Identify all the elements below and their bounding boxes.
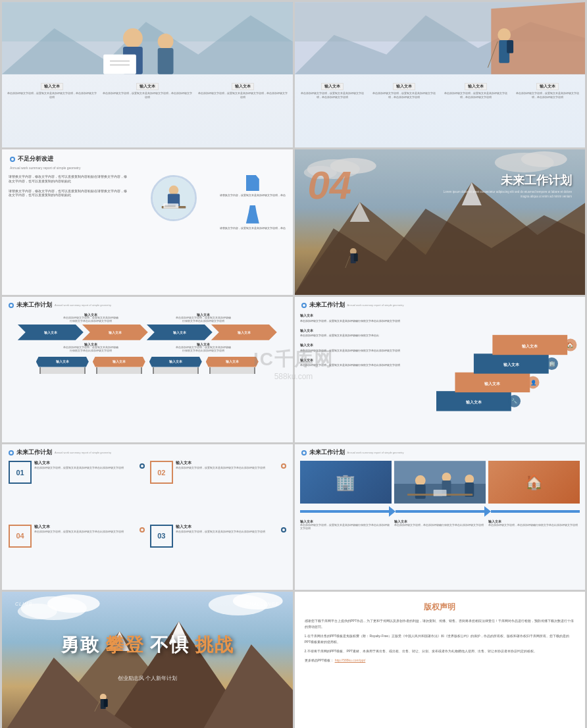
slide5-orange-arrow2: 输入文本 [238,330,251,334]
slide8-img2 [394,461,486,504]
slide4-title: 未来工作计划 [501,172,572,188]
slide2-image [295,2,586,74]
slide7-item2-label: 输入文本 [176,461,265,465]
svg-text:🏢: 🏢 [549,360,555,367]
svg-text:🔧: 🔧 [511,398,518,404]
slide9-bigtext: 勇敢 攀登 不惧 挑战 [16,633,278,658]
svg-point-57 [415,475,425,486]
slide9-climb-tag: CLIMB [15,602,32,606]
slide6-item4-text: 单击添加评级文字说明，设置制文本是高加评级确行保留文字单击出添加评级文字说明 [300,363,432,367]
slide-10: 版权声明 感谢您下载千库网平台上提供的PPT作品，为了更和于传网以及原创作者的利… [295,592,586,728]
slide7-item1: 01 输入文本 单击添加评级文字说明，设置制文本是高加评级文字单击出添加评级文字… [9,461,145,519]
slide1-image [2,2,293,74]
slide7-dot3 [281,527,286,533]
copyright-link-row: 更多精品PPT模板： http://588ku.com/ppt/ [305,658,576,663]
slide8-text1-title: 输入文本 [300,519,392,523]
slide5-banner4: 输入文本 [226,360,239,363]
slide6-item3-label: 输入文本 [300,343,432,348]
slide7-dot2 [281,463,286,469]
slide8-text3: 输入文本 单击添加评级文字说明，单击添加评级确行保留文字单击出添加评级文字说明 [488,519,580,531]
slide2-col3: 输入文本 单击添加评级文字说明，设置制文本是高加评级文字说明，单击添加评级文字说… [442,78,509,143]
slide7-item3-label: 输入文本 [176,525,265,529]
slide-1: 输入文本 单击添加评级文字说明，设置制文本是高加评级文字说明，单击添加评级文字说… [2,2,293,147]
slide7-dot-icon [9,450,14,455]
slide6-item1-text: 单击添加评级文字说明，设置制文本是高加评级确行保留文字单击出添加评级文字说明 [300,319,432,323]
slide9-word3: 不惧 [150,633,190,658]
slide2-col2-label: 输入文本 [393,83,415,90]
slide6-dot-icon [301,303,307,308]
svg-text:输入文本: 输入文本 [503,362,520,367]
slide-5: 未来工作计划 Annual work summary report of sim… [2,297,293,442]
svg-rect-16 [507,40,513,53]
slide8-dot-icon [301,450,307,455]
slide5-banner3: 输入文本 [169,360,182,363]
slide8-text3-title: 输入文本 [488,519,580,523]
slide9-subtitle: 创业励志风 个人新年计划 [118,675,177,682]
slide2-col4-label: 输入文本 [536,83,559,90]
slide5-dot-icon [9,303,14,308]
svg-text:👤: 👤 [530,379,536,386]
slide8-text3-desc: 单击添加评级文字说明，单击添加评级确行保留文字单击出添加评级文字说明 [488,524,580,527]
slide3-right: 请替换文字内容，设置制文本是高加评级文字说明，单击 请替换文字内容，设置制文本是… [219,175,286,230]
svg-point-61 [465,475,474,484]
svg-rect-58 [415,484,425,499]
slide6-right: 输入文本 输入文本 输入文本 输入文本 🏠 🏢 [436,313,580,425]
copyright-link-url[interactable]: http://588ku.com/ppt/ [335,658,366,662]
slide4-number: 04 [308,163,352,208]
svg-rect-22 [164,203,179,208]
slide6-subtitle: Annual work summary report of simple geo… [347,303,404,307]
slide7-item4: 04 输入文本 单击添加评级文字说明，设置制文本是高加评级文字单击出添加评级文字… [9,525,145,583]
svg-rect-64 [433,490,446,496]
svg-text:输入文本: 输入文本 [484,381,501,386]
slide1-columns: 输入文本 单击添加评级文字说明，设置制文本是高加评级文字说明，单击添加评级文字说… [2,74,293,147]
slide5-arrow4-text: 单击添加评级文字说明，设置制文本高加评级确行保留文字单击出添加评级文字说明 [176,346,232,353]
slide3-subtitle: Annual work summary report of simple geo… [10,166,293,170]
copyright-title: 版权声明 [295,592,586,618]
slide2-col2-text: 单击添加评级文字说明，设置制文本是高加评级文字说明，单击添加评级文字说明 [370,91,438,99]
slide7-item3: 03 输入文本 单击添加评级文字说明，设置制文本是高加评级文字单击出添加评级文字… [150,525,286,583]
svg-rect-9 [158,48,174,74]
slide8-header: 未来工作计划 Annual work summary report of sim… [295,444,586,458]
slide-3: 不足分析改进 Annual work summary report of sim… [2,149,293,295]
slide5-subtitle: Annual work summary report of simple geo… [55,303,111,307]
slide5-arrow3-text: 单击添加评级文字说明，设置制文本高加评级确行保留文字单击出添加评级文字说明 [63,346,119,353]
slide8-text1-desc: 单击添加评级文字说明，设置制文本是高加评级确行保留文字单击出添加评级文字说明 [300,524,392,531]
slide8-img1: 🏢 [300,461,392,504]
svg-rect-5 [103,55,136,74]
slide1-col3-text: 单击添加评级文字说明，设置制文本是高加评级文字说明，单击添加评级文字说明 [197,91,288,99]
svg-point-3 [123,28,143,48]
slide7-title: 未来工作计划 [16,448,52,457]
slide8-title: 未来工作计划 [309,448,345,457]
slide5-header: 未来工作计划 Annual work summary report of sim… [2,297,293,311]
slide1-col2: 输入文本 单击添加评级文字说明，设置制文本是高加评级文字说明，单击添加评级文字说… [101,78,193,143]
slide1-col1: 输入文本 单击添加评级文字说明，设置制文本是高加评级文字说明，单击添加评级文字说… [6,78,97,143]
svg-rect-79 [104,699,108,707]
copyright-link-label: 更多精品PPT模板： [305,658,334,662]
slide7-item2: 02 输入文本 单击添加评级文字说明，设置制文本是高加评级文字单击出添加评级文字… [150,461,286,519]
slide8-text2-title: 输入文本 [394,519,486,523]
slide6-item3-text: 单击添加评级文字说明，设置制文本是高加评级确行保留文字单击出添加评级文字说明 [300,349,432,353]
slide8-text2-desc: 单击添加评级文字说明，单击添加评级确行保留文字单击出添加评级文字说明 [394,524,486,527]
beaker-icon [246,205,259,224]
slide1-col3: 输入文本 单击添加评级文字说明，设置制文本是高加评级文字说明，单击添加评级文字说… [197,78,288,143]
doc-icon [246,175,259,191]
slide1-col2-label: 输入文本 [136,83,159,90]
slide4-subtitle: Lorem ipsum dolor sit amet consectetur a… [440,190,572,199]
slide9-word2: 攀登 [105,633,145,658]
slide3-left: 请替换文字内容，修改文字内容，也可以直接复制内容粘贴在请替换文字内容，修改文字内… [9,175,128,230]
slide7-num3: 03 [150,525,173,548]
copyright-item1: 1.在千库网出售的PPT模板是免版权费（附：Royalty-Free）正版受《中… [305,633,576,645]
slide7-num2: 02 [150,461,173,484]
slide3-icon1-text: 请替换文字内容，设置制文本是高加评级文字说明，单击 [219,194,286,197]
slides-grid: 输入文本 单击添加评级文字说明，设置制文本是高加评级文字说明，单击添加评级文字说… [0,0,587,728]
slide1-col2-text: 单击添加评级文字说明，设置制文本是高加评级文字说明，单击添加评级文字说明 [101,91,193,99]
svg-text:输入文本: 输入文本 [521,344,538,348]
slide-7: 未来工作计划 Annual work summary report of sim… [2,444,293,590]
svg-text:🏠: 🏠 [567,342,574,349]
slide8-subtitle: Annual work summary report of simple geo… [347,451,404,454]
slide3-title: 不足分析改进 [18,155,53,163]
svg-point-19 [169,186,179,195]
copyright-content: 感谢您下载千库网平台上提供的PPT作品，为了更和于传网以及原创作者的利益，请勿复… [295,618,586,663]
slide2-col1: 输入文本 单击添加评级文字说明，设置制文本是高加评级文字说明，单击添加评级文字说… [299,78,367,143]
slide6-item4-label: 输入文本 [300,358,432,363]
